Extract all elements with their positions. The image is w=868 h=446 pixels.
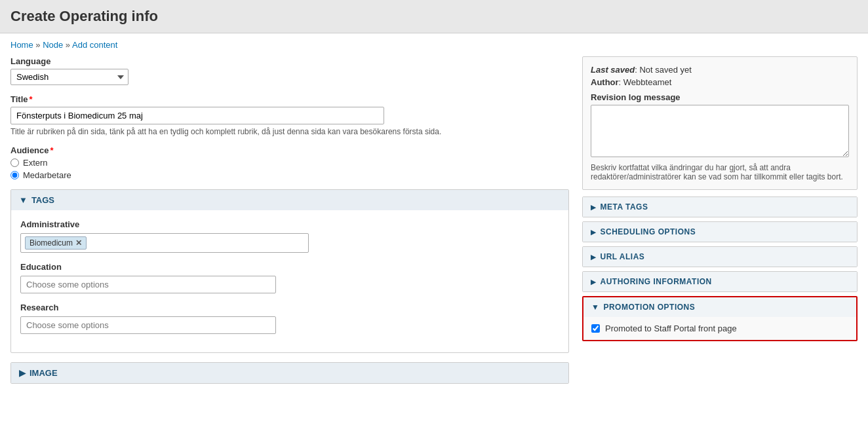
- promotion-arrow: ▼: [591, 303, 599, 312]
- breadcrumb-node[interactable]: Node: [43, 40, 63, 50]
- promotion-header[interactable]: ▼ PROMOTION OPTIONS: [583, 297, 856, 317]
- meta-tags-label: META TAGS: [601, 202, 648, 212]
- audience-option-medarbetare[interactable]: Medarbetare: [10, 170, 569, 180]
- promotion-checkbox[interactable]: [591, 324, 600, 333]
- authoring-info-header[interactable]: ▶ AUTHORING INFORMATION: [583, 272, 857, 291]
- audience-field: Audience* Extern Medarbetare: [10, 145, 569, 180]
- image-section: ▶ IMAGE: [10, 362, 569, 384]
- info-box: Last saved: Not saved yet Author: Webbte…: [582, 56, 858, 190]
- page-header: Create Operating info: [0, 0, 868, 33]
- last-saved: Last saved: Not saved yet: [591, 65, 849, 75]
- administrative-field: Administrative Biomedicum ✕: [20, 219, 559, 253]
- audience-medarbetare-radio[interactable]: [10, 171, 19, 179]
- author-line: Author: Webbteamet: [591, 77, 849, 87]
- tags-label: TAGS: [31, 195, 54, 205]
- page-title: Create Operating info: [10, 8, 858, 25]
- research-label: Research: [20, 303, 559, 312]
- authoring-arrow: ▶: [591, 278, 597, 286]
- scheduling-options-header[interactable]: ▶ SCHEDULING OPTIONS: [583, 222, 857, 242]
- audience-label: Audience*: [10, 145, 569, 155]
- audience-required: *: [50, 145, 54, 155]
- promotion-options-section: ▼ PROMOTION OPTIONS Promoted to Staff Po…: [582, 296, 858, 341]
- revision-label: Revision log message: [591, 92, 849, 102]
- promotion-label: PROMOTION OPTIONS: [603, 303, 695, 312]
- last-saved-label: Last saved: [591, 65, 635, 75]
- breadcrumb-add-content[interactable]: Add content: [72, 40, 117, 50]
- meta-tags-header[interactable]: ▶ META TAGS: [583, 197, 857, 217]
- tags-section: ▼ TAGS Administrative Biomedicum ✕: [10, 189, 569, 353]
- administrative-label: Administrative: [20, 219, 559, 229]
- url-alias-header[interactable]: ▶ URL ALIAS: [583, 247, 857, 267]
- authoring-info-accordion: ▶ AUTHORING INFORMATION: [582, 271, 858, 292]
- education-label: Education: [20, 262, 559, 272]
- url-alias-label: URL ALIAS: [601, 252, 645, 261]
- biomedicum-remove[interactable]: ✕: [75, 238, 82, 248]
- image-label: IMAGE: [30, 368, 58, 378]
- revision-textarea[interactable]: [591, 105, 849, 157]
- language-field: Language Swedish: [10, 56, 569, 85]
- author-label: Author: [591, 77, 619, 87]
- promotion-body: Promoted to Staff Portal front page: [583, 317, 856, 340]
- audience-option-extern[interactable]: Extern: [10, 158, 569, 168]
- research-input[interactable]: [20, 316, 276, 334]
- author-value: : Webbteamet: [619, 77, 672, 87]
- image-header[interactable]: ▶ IMAGE: [11, 363, 568, 383]
- promotion-checkbox-row[interactable]: Promoted to Staff Portal front page: [591, 324, 848, 333]
- biomedicum-tag: Biomedicum ✕: [25, 236, 87, 250]
- scheduling-label: SCHEDULING OPTIONS: [601, 227, 696, 236]
- breadcrumb-home[interactable]: Home: [10, 40, 33, 50]
- authoring-label: AUTHORING INFORMATION: [601, 277, 712, 286]
- title-label: Title*: [10, 94, 569, 104]
- title-input[interactable]: [10, 107, 384, 124]
- education-input[interactable]: [20, 276, 276, 293]
- url-alias-accordion: ▶ URL ALIAS: [582, 246, 858, 267]
- tags-triangle: ▼: [19, 195, 28, 205]
- title-field: Title* Title är rubriken på din sida, tä…: [10, 94, 569, 136]
- revision-hint: Beskriv kortfattat vilka ändringar du ha…: [591, 163, 849, 181]
- research-field: Research: [20, 303, 559, 334]
- last-saved-value: : Not saved yet: [635, 65, 692, 75]
- language-label: Language: [10, 56, 569, 66]
- administrative-input[interactable]: Biomedicum ✕: [20, 233, 309, 253]
- image-triangle: ▶: [19, 368, 26, 378]
- url-alias-arrow: ▶: [591, 253, 597, 261]
- title-hint: Title är rubriken på din sida, tänk på a…: [10, 127, 522, 136]
- audience-radio-group: Extern Medarbetare: [10, 158, 569, 180]
- meta-tags-arrow: ▶: [591, 204, 597, 211]
- tags-body: Administrative Biomedicum ✕ Education: [11, 210, 568, 352]
- meta-tags-accordion: ▶ META TAGS: [582, 196, 858, 217]
- education-field: Education: [20, 262, 559, 293]
- language-select[interactable]: Swedish: [10, 69, 128, 85]
- breadcrumb: Home » Node » Add content: [0, 33, 868, 56]
- audience-extern-radio[interactable]: [10, 158, 19, 167]
- scheduling-options-accordion: ▶ SCHEDULING OPTIONS: [582, 221, 858, 242]
- tags-header[interactable]: ▼ TAGS: [11, 190, 568, 210]
- scheduling-arrow: ▶: [591, 229, 597, 236]
- promotion-checkbox-label: Promoted to Staff Portal front page: [605, 324, 737, 333]
- title-required: *: [30, 94, 33, 104]
